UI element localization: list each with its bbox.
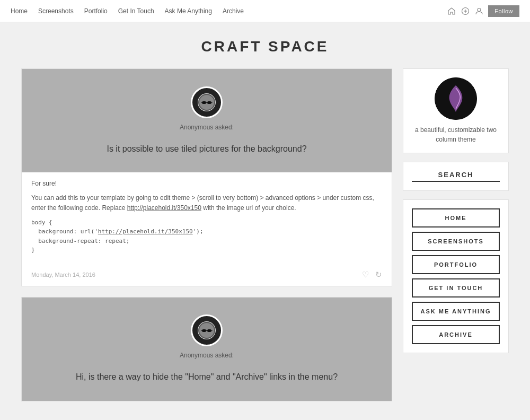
- top-bar: Home Screenshots Portfolio Get In Touch …: [0, 0, 530, 22]
- nav-archive[interactable]: Archive: [223, 7, 244, 15]
- sidebar-avatar-desc: a beautiful, customizable two column the…: [412, 125, 500, 144]
- post-image-area-1: Anonymous asked: Is it possible to use t…: [22, 69, 392, 172]
- svg-rect-9: [207, 101, 211, 104]
- search-title: SEARCH: [412, 171, 500, 182]
- page-title: CRAFT SPACE: [0, 38, 530, 55]
- post-question-2: Hi, is there a way to hide the "Home" an…: [66, 364, 347, 383]
- follow-button[interactable]: Follow: [488, 5, 519, 17]
- sidebar-avatar: [435, 77, 477, 120]
- sidebar-nav-widget: HOME SCREENSHOTS PORTFOLIO GET IN TOUCH …: [403, 199, 509, 353]
- nav-ask-me-anything[interactable]: Ask Me Anything: [165, 7, 212, 15]
- sidebar: a beautiful, customizable two column the…: [403, 68, 509, 401]
- like-icon-1[interactable]: ♡: [362, 270, 369, 279]
- sidebar-nav-portfolio[interactable]: PORTFOLIO: [412, 255, 500, 274]
- top-navigation: Home Screenshots Portfolio Get In Touch …: [11, 7, 244, 15]
- avatar-1: [191, 86, 223, 118]
- sidebar-nav-screenshots[interactable]: SCREENSHOTS: [412, 232, 500, 251]
- anonymous-label-1: Anonymous asked:: [180, 124, 234, 131]
- top-bar-actions: Follow: [447, 5, 519, 17]
- reblog-icon-1[interactable]: ↻: [375, 270, 382, 279]
- answer-intro-1: For sure!: [31, 179, 382, 189]
- nav-screenshots[interactable]: Screenshots: [38, 7, 74, 15]
- svg-rect-8: [202, 101, 206, 104]
- nav-portfolio[interactable]: Portfolio: [84, 7, 108, 15]
- nav-home[interactable]: Home: [11, 7, 28, 15]
- svg-rect-18: [207, 329, 211, 332]
- svg-rect-17: [202, 329, 206, 332]
- page-title-area: CRAFT SPACE: [0, 22, 530, 68]
- code-link-1[interactable]: http://placehold.it/350x150: [98, 228, 193, 235]
- sidebar-avatar-widget: a beautiful, customizable two column the…: [403, 68, 509, 153]
- post-body-1: For sure! You can add this to your templ…: [22, 172, 392, 266]
- sidebar-nav-get-in-touch[interactable]: GET IN TOUCH: [412, 278, 500, 298]
- post-footer-1: Monday, March 14, 2016 ♡ ↻: [22, 266, 392, 286]
- answer-link-1[interactable]: http://placehold.it/350x150: [127, 204, 201, 212]
- sidebar-search-widget: SEARCH: [403, 162, 509, 191]
- code-block-1: body { background: url('http://placehold…: [31, 218, 382, 255]
- avatar-2: [191, 314, 223, 346]
- svg-point-3: [478, 8, 481, 11]
- answer-body-1: You can add this to your template by goi…: [31, 193, 382, 213]
- sidebar-nav-ask-me-anything[interactable]: ASK ME ANYTHING: [412, 302, 500, 321]
- post-card-2: Anonymous asked: Hi, is there a way to h…: [21, 297, 392, 401]
- home-icon[interactable]: [447, 6, 456, 16]
- post-image-area-2: Anonymous asked: Hi, is there a way to h…: [22, 298, 392, 401]
- main-layout: Anonymous asked: Is it possible to use t…: [11, 68, 519, 420]
- post-card-1: Anonymous asked: Is it possible to use t…: [21, 68, 392, 286]
- nav-get-in-touch[interactable]: Get In Touch: [118, 7, 154, 15]
- sidebar-nav-home[interactable]: HOME: [412, 208, 500, 228]
- user-icon[interactable]: [474, 6, 484, 16]
- anonymous-label-2: Anonymous asked:: [180, 352, 234, 359]
- post-question-1: Is it possible to use tiled pictures for…: [97, 136, 316, 155]
- post-date-1: Monday, March 14, 2016: [31, 272, 356, 278]
- sidebar-nav-archive[interactable]: ARCHIVE: [412, 325, 500, 344]
- add-icon[interactable]: [461, 6, 470, 16]
- posts-column: Anonymous asked: Is it possible to use t…: [21, 68, 392, 401]
